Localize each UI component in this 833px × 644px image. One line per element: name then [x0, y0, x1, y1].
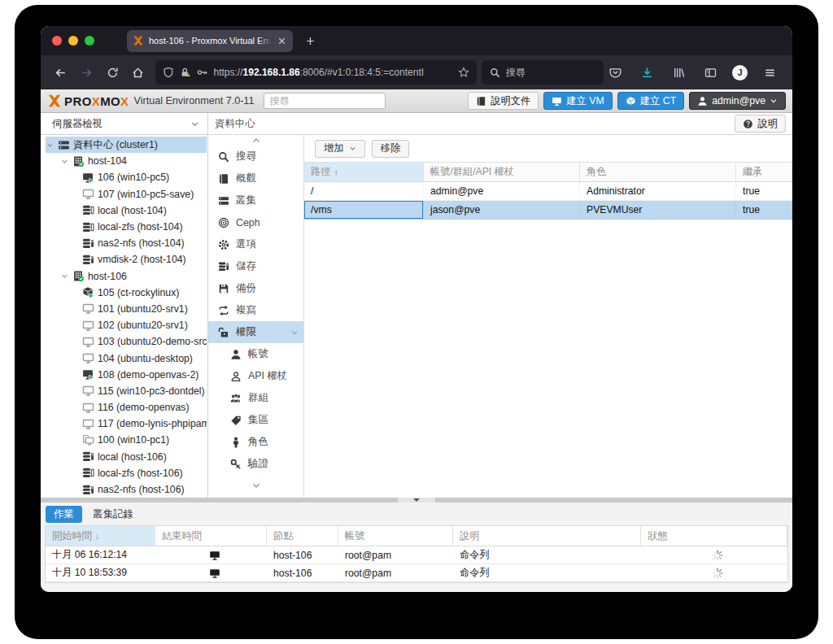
create-vm-button[interactable]: 建立 VM: [543, 92, 612, 110]
chevron-down-icon: [251, 481, 261, 490]
library-button[interactable]: [669, 60, 688, 85]
view-selector[interactable]: 伺服器檢視: [41, 113, 207, 135]
expand-caret-icon[interactable]: [60, 157, 69, 166]
tree-item-vm-102[interactable]: 102 (ubuntu20-srv1): [46, 317, 207, 333]
menu-item-options[interactable]: 選項: [208, 233, 303, 255]
close-tab-icon[interactable]: [277, 36, 287, 46]
library-icon: [673, 67, 685, 79]
expand-caret-icon[interactable]: [60, 272, 69, 281]
tree-item-storage-nas2nfs-104[interactable]: nas2-nfs (host-104): [46, 235, 207, 251]
column-header-end-time[interactable]: 結束時間: [155, 526, 267, 546]
column-header-description[interactable]: 說明: [453, 526, 641, 546]
menu-scroll-up[interactable]: [208, 135, 303, 146]
browser-tab[interactable]: host-106 - Proxmox Virtual Envir: [127, 30, 293, 52]
bookmark-star-icon[interactable]: [458, 67, 469, 78]
cell-description: 命令列: [453, 564, 641, 581]
column-header-user[interactable]: 帳號: [338, 526, 453, 546]
maximize-window-button[interactable]: [85, 36, 94, 46]
permission-row[interactable]: / admin@pve Administrator true: [304, 182, 792, 201]
menu-item-ceph[interactable]: Ceph: [208, 211, 303, 233]
menu-item-summary[interactable]: 概觀: [208, 168, 303, 189]
documentation-button[interactable]: 說明文件: [468, 92, 539, 110]
profile-avatar[interactable]: J: [732, 65, 748, 80]
tree-item-storage-local-106[interactable]: local (host-106): [46, 449, 207, 465]
insecure-lock-icon[interactable]: [180, 67, 191, 78]
page-title: 資料中心: [215, 117, 255, 131]
tree-item-vm-101[interactable]: 101 (ubuntu20-srv1): [46, 301, 207, 317]
book-icon: [218, 173, 229, 185]
tree-item-storage-localzfs-104[interactable]: local-zfs (host-104): [46, 219, 207, 235]
help-button[interactable]: 說明: [735, 115, 786, 133]
menu-item-api-tokens[interactable]: API 權杖: [208, 365, 303, 387]
column-header-role[interactable]: 角色: [580, 163, 736, 181]
menu-button[interactable]: [760, 60, 779, 85]
cell-status: [641, 546, 787, 564]
column-header-user-group-token[interactable]: 帳號/群組/API 權杖: [424, 163, 580, 181]
tab-tasks[interactable]: 作業: [46, 506, 82, 523]
remove-button[interactable]: 移除: [372, 140, 410, 158]
sidebars-button[interactable]: [700, 60, 720, 85]
sort-ascending-indicator: ↑: [334, 168, 338, 177]
address-bar[interactable]: https://192.168.1.86:8006/#v1:0:18:4:5:=…: [155, 60, 477, 85]
menu-item-storage[interactable]: 儲存: [208, 255, 303, 277]
tree-item-vm-108[interactable]: 108 (demo-openvas-2): [46, 367, 207, 383]
menu-item-cluster[interactable]: 叢集: [208, 189, 303, 211]
task-row[interactable]: 十月 10 18:53:39 host-106 root@pam 命令列: [46, 564, 787, 582]
menu-item-authentication[interactable]: 驗證: [208, 453, 303, 475]
browser-search-bar[interactable]: 搜尋: [482, 60, 604, 85]
menu-scroll-down[interactable]: [208, 480, 303, 490]
permission-row-selected[interactable]: /vms jason@pve PVEVMUser true: [304, 201, 792, 220]
menu-item-permissions[interactable]: 權限: [208, 321, 303, 343]
home-button[interactable]: [126, 60, 150, 85]
tree-item-datacenter[interactable]: 資料中心 (cluster1): [46, 137, 207, 153]
column-header-propagate[interactable]: 繼承: [736, 163, 792, 181]
proxmox-favicon-icon: [133, 35, 144, 46]
tree-item-vm-117[interactable]: 117 (demo-lynis-phpipam): [46, 416, 207, 432]
add-button[interactable]: 增加: [315, 140, 365, 158]
tree-item-storage-localzfs-106[interactable]: local-zfs (host-106): [46, 465, 207, 481]
column-header-path[interactable]: 路徑↑: [304, 163, 424, 181]
menu-item-replication[interactable]: 複寫: [208, 299, 303, 321]
downloads-button[interactable]: [637, 60, 656, 85]
pocket-button[interactable]: [605, 60, 625, 85]
back-button[interactable]: [49, 60, 73, 85]
tree-item-storage-local-104[interactable]: local (host-104): [46, 202, 207, 219]
tree-item-ct-105[interactable]: 105 (ct-rockylinux): [46, 285, 207, 301]
tree-item-storage-nas2nfs-106[interactable]: nas2-nfs (host-106): [46, 481, 207, 498]
reload-button[interactable]: [100, 60, 124, 85]
menu-item-roles[interactable]: 角色: [208, 431, 303, 453]
tab-cluster-log[interactable]: 叢集記錄: [85, 506, 142, 523]
column-header-status[interactable]: 狀態: [641, 526, 787, 546]
menu-item-backup[interactable]: 備份: [208, 277, 303, 299]
create-ct-button[interactable]: 建立 CT: [617, 92, 684, 110]
tree-item-host-106[interactable]: host-106: [46, 268, 207, 285]
tree-item-host-104[interactable]: host-104: [46, 153, 207, 169]
column-header-start-time[interactable]: 開始時間↓: [46, 526, 155, 546]
close-window-button[interactable]: [52, 36, 62, 46]
menu-item-groups[interactable]: 群組: [208, 387, 303, 409]
tree-item-vm-100-template[interactable]: 100 (win10-pc1): [46, 432, 207, 448]
tree-item-vm-107[interactable]: 107 (win10-pc5-save): [46, 186, 207, 202]
tree-item-storage-vmdisk2-104[interactable]: vmdisk-2 (host-104): [46, 251, 207, 268]
passkey-icon[interactable]: [197, 67, 208, 78]
tracking-protection-shield-icon[interactable]: [163, 67, 174, 78]
tree-item-vm-106[interactable]: 106 (win10-pc5): [46, 169, 207, 185]
pve-search-input[interactable]: [264, 93, 386, 109]
new-tab-button[interactable]: [299, 30, 321, 51]
datacenter-panel: 資料中心 說明 搜尋 概觀 叢集 Ceph 選項 儲存 備份 複寫: [208, 113, 792, 498]
download-icon: [641, 67, 653, 79]
column-header-node[interactable]: 節點: [267, 526, 338, 546]
menu-item-users[interactable]: 帳號: [208, 343, 303, 365]
menu-item-search[interactable]: 搜尋: [208, 146, 303, 168]
user-menu-button[interactable]: admin@pve: [689, 92, 786, 110]
expand-caret-icon[interactable]: [46, 141, 55, 150]
forward-button[interactable]: [75, 60, 99, 85]
menu-item-pools[interactable]: 集區: [208, 409, 303, 431]
tree-item-vm-104[interactable]: 104 (ubuntu-desktop): [46, 350, 207, 366]
tree-item-vm-115[interactable]: 115 (win10-pc3-dontdel): [46, 383, 207, 399]
tree-item-vm-116[interactable]: 116 (demo-openvas): [46, 399, 207, 416]
resource-tree: 資料中心 (cluster1) host-104 106 (win10-pc5)…: [41, 135, 207, 498]
tree-item-vm-103[interactable]: 103 (ubuntu20-demo-src): [46, 333, 207, 350]
minimize-window-button[interactable]: [68, 36, 78, 46]
task-row[interactable]: 十月 06 16:12:14 host-106 root@pam 命令列: [46, 546, 787, 564]
